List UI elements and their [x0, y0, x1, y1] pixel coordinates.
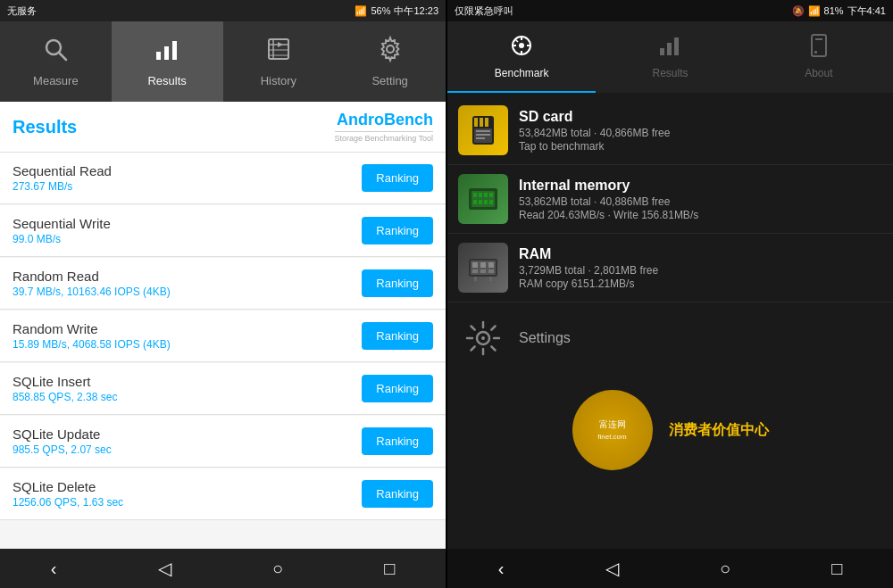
- nav-back-left[interactable]: ‹: [33, 551, 75, 586]
- wifi-icon: 📶: [808, 5, 821, 17]
- sdcard-stat2: Tap to benchmark: [519, 140, 882, 153]
- nav-square-left[interactable]: □: [366, 551, 413, 586]
- nav-back-right[interactable]: ‹: [480, 551, 522, 586]
- benchmark-tab-icon: [509, 33, 534, 63]
- svg-line-1: [59, 53, 66, 60]
- svg-rect-22: [815, 38, 822, 40]
- svg-rect-37: [489, 193, 493, 197]
- svg-rect-45: [480, 262, 486, 268]
- results-tab-icon-right: [657, 33, 682, 63]
- svg-rect-31: [476, 137, 485, 139]
- svg-rect-35: [479, 193, 482, 197]
- results-title: Results: [13, 117, 77, 137]
- sdcard-details: SD card 53,842MB total · 40,866MB free T…: [519, 109, 882, 153]
- ranking-btn-4[interactable]: Ranking: [362, 375, 433, 402]
- benchmark-item-sdcard[interactable]: SD card 53,842MB total · 40,866MB free T…: [447, 96, 893, 165]
- ram-stat2: RAM copy 6151.21MB/s: [519, 277, 882, 290]
- settings-item[interactable]: Settings: [447, 302, 893, 374]
- nav-home-right[interactable]: ○: [702, 551, 748, 586]
- mute-icon: 🔕: [792, 5, 805, 17]
- svg-point-12: [519, 43, 524, 48]
- nav-triangle-right[interactable]: ◁: [588, 551, 637, 586]
- androbench-sub: Storage Benchmarking Tool: [335, 131, 433, 143]
- ranking-btn-3[interactable]: Ranking: [362, 322, 433, 350]
- watermark-content: 富连网finet.com 消费者价值中心: [572, 390, 769, 470]
- svg-rect-30: [476, 134, 490, 136]
- svg-rect-23: [814, 51, 817, 54]
- tab-results-label-right: Results: [652, 67, 688, 79]
- svg-rect-25: [474, 118, 478, 127]
- ranking-btn-5[interactable]: Ranking: [362, 427, 433, 455]
- result-name-3: Random Write: [13, 321, 171, 336]
- result-name-2: Random Read: [13, 269, 171, 284]
- svg-line-59: [491, 346, 495, 350]
- ranking-btn-2[interactable]: Ranking: [362, 269, 433, 297]
- logo-highlight: Andro: [337, 111, 384, 128]
- result-value-4: 858.85 QPS, 2.38 sec: [13, 391, 117, 403]
- tabs-right: Benchmark Results About: [447, 21, 893, 93]
- settings-gear-icon: [458, 313, 508, 363]
- result-name-4: SQLite Insert: [13, 374, 117, 389]
- result-value-0: 273.67 MB/s: [13, 180, 112, 193]
- carrier-left: 无服务: [7, 4, 37, 18]
- left-panel: 无服务 📶 56% 中午12:23 Measure: [0, 0, 446, 588]
- svg-rect-48: [480, 269, 486, 273]
- tab-history-label: History: [261, 74, 296, 87]
- svg-rect-3: [164, 46, 169, 60]
- tab-measure[interactable]: Measure: [0, 21, 112, 102]
- tab-results-right[interactable]: Results: [596, 21, 744, 93]
- svg-rect-41: [489, 200, 493, 204]
- svg-rect-49: [488, 269, 494, 273]
- ram-icon: [458, 243, 508, 293]
- nav-square-right[interactable]: □: [814, 551, 860, 586]
- tab-results[interactable]: Results: [112, 21, 223, 102]
- svg-rect-38: [473, 200, 477, 204]
- ranking-btn-0[interactable]: Ranking: [362, 164, 433, 192]
- status-bar-right: 仅限紧急呼叫 🔕 📶 81% 下午4:41: [447, 0, 893, 21]
- tab-about[interactable]: About: [745, 21, 893, 93]
- svg-rect-46: [488, 262, 494, 268]
- svg-line-17: [515, 39, 518, 42]
- svg-rect-47: [472, 269, 478, 273]
- watermark: 富连网finet.com 消费者价值中心: [458, 381, 882, 479]
- battery-left: 56%: [371, 5, 390, 16]
- benchmark-item-internal[interactable]: Internal memory 53,862MB total · 40,886M…: [447, 165, 893, 234]
- ram-details: RAM 3,729MB total · 2,801MB free RAM cop…: [519, 246, 882, 290]
- tab-history[interactable]: History: [223, 21, 335, 102]
- result-name-1: Sequential Write: [13, 216, 111, 231]
- right-panel: 仅限紧急呼叫 🔕 📶 81% 下午4:41 Benchmark: [447, 0, 893, 588]
- result-row-rand-write: Random Write 15.89 MB/s, 4068.58 IOPS (4…: [0, 311, 446, 362]
- svg-rect-20: [674, 37, 679, 55]
- result-info-rand-write: Random Write 15.89 MB/s, 4068.58 IOPS (4…: [13, 321, 171, 351]
- benchmark-item-ram[interactable]: RAM 3,729MB total · 2,801MB free RAM cop…: [447, 234, 893, 302]
- internal-stat1: 53,862MB total · 40,886MB free: [519, 195, 882, 208]
- result-value-3: 15.89 MB/s, 4068.58 IOPS (4KB): [13, 338, 171, 351]
- svg-line-60: [491, 327, 495, 330]
- signal-icon: 📶: [355, 5, 367, 17]
- svg-rect-36: [484, 193, 488, 197]
- internal-name: Internal memory: [519, 178, 882, 194]
- svg-rect-21: [812, 35, 826, 56]
- androbench-name: AndroBench: [335, 111, 433, 129]
- benchmark-list: SD card 53,842MB total · 40,866MB free T…: [447, 93, 893, 549]
- ranking-btn-1[interactable]: Ranking: [362, 217, 433, 244]
- svg-rect-34: [473, 193, 477, 197]
- ram-name: RAM: [519, 246, 882, 262]
- result-info-sqlite-delete: SQLite Delete 1256.06 QPS, 1.63 sec: [13, 479, 123, 509]
- result-value-2: 39.7 MB/s, 10163.46 IOPS (4KB): [13, 286, 171, 298]
- svg-rect-39: [479, 200, 482, 204]
- tab-setting[interactable]: Setting: [334, 21, 446, 102]
- nav-triangle-left[interactable]: ◁: [140, 551, 189, 586]
- result-info-rand-read: Random Read 39.7 MB/s, 10163.46 IOPS (4K…: [13, 269, 171, 298]
- nav-home-left[interactable]: ○: [255, 551, 301, 586]
- result-row-sqlite-delete: SQLite Delete 1256.06 QPS, 1.63 sec Rank…: [0, 468, 446, 520]
- tab-setting-label: Setting: [371, 74, 407, 87]
- about-tab-icon: [806, 33, 831, 63]
- sdcard-icon: [458, 105, 508, 155]
- tab-benchmark[interactable]: Benchmark: [447, 21, 596, 93]
- battery-right: 81%: [824, 5, 844, 16]
- carrier-right: 仅限紧急呼叫: [455, 4, 513, 18]
- result-value-1: 99.0 MB/s: [13, 233, 111, 245]
- result-row-sqlite-update: SQLite Update 985.5 QPS, 2.07 sec Rankin…: [0, 416, 446, 468]
- ranking-btn-6[interactable]: Ranking: [362, 480, 433, 508]
